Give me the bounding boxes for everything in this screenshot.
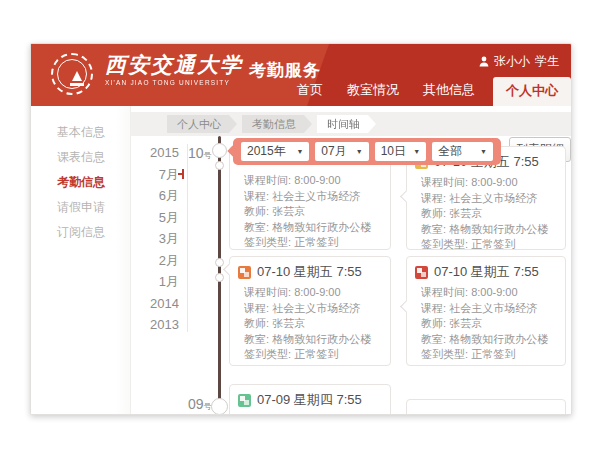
field-value: 正常签到 xyxy=(471,238,515,250)
card-date: 07-09 星期四 7:55 xyxy=(257,391,362,409)
chevron-down-icon: ▼ xyxy=(356,148,363,155)
field-label: 签到类型 xyxy=(244,236,294,248)
field-label: 教师 xyxy=(244,317,272,329)
field-label: 课程 xyxy=(421,192,449,204)
period-may[interactable]: 5月 xyxy=(127,207,179,229)
app-window: 西安交通大学 XI'AN JIAO TONG UNIVERSITY 考勤服务 张… xyxy=(30,43,572,415)
app-header: 西安交通大学 XI'AN JIAO TONG UNIVERSITY 考勤服务 张… xyxy=(31,44,571,106)
university-name-cn: 西安交通大学 xyxy=(105,52,243,78)
status-icon xyxy=(415,266,428,279)
field-label: 课程时间 xyxy=(421,286,471,298)
field-label: 教师 xyxy=(421,317,449,329)
field-label: 课程 xyxy=(244,302,272,314)
period-2013[interactable]: 2013 xyxy=(127,314,179,336)
chevron-down-icon: ▼ xyxy=(413,148,420,155)
status-icon xyxy=(238,394,251,407)
sidebar-item-basic-info[interactable]: 基本信息 xyxy=(31,120,130,145)
status-icon xyxy=(238,266,251,279)
breadcrumb-attendance-info[interactable]: 考勤信息 xyxy=(242,115,312,133)
university-logo-icon xyxy=(51,53,93,95)
field-value: 社会主义市场经济 xyxy=(449,192,537,204)
user-role: 学生 xyxy=(535,53,559,70)
logo-inner-ring xyxy=(57,59,87,89)
page: 西安交通大学 XI'AN JIAO TONG UNIVERSITY 考勤服务 张… xyxy=(0,0,600,450)
year-select[interactable]: 2015年 ▼ xyxy=(241,142,309,161)
sidebar-item-schedule-info[interactable]: 课表信息 xyxy=(31,145,130,170)
period-2015[interactable]: 2015 xyxy=(127,142,179,164)
breadcrumb-timeline[interactable]: 时间轴 xyxy=(317,115,376,133)
nav-tab-personal-center[interactable]: 个人中心 xyxy=(493,77,571,106)
field-label: 教室 xyxy=(421,223,449,235)
day-marker-10: 10号 xyxy=(188,145,212,161)
period-2014[interactable]: 2014 xyxy=(127,293,179,315)
sidebar-item-leave-request[interactable]: 请假申请 xyxy=(31,195,130,220)
attendance-card[interactable]: 07-09 星期四 7:55 xyxy=(229,384,391,415)
field-label: 课程时间 xyxy=(244,174,294,186)
breadcrumb: 个人中心 考勤信息 时间轴 xyxy=(131,112,571,136)
period-divider-line xyxy=(187,144,188,332)
field-value: 8:00-9:00 xyxy=(294,286,340,298)
university-title-block: 西安交通大学 XI'AN JIAO TONG UNIVERSITY xyxy=(105,52,243,86)
field-value: 正常签到 xyxy=(294,236,338,248)
attendance-card[interactable]: 07-10 星期五 7:55 课程时间8:00-9:00 课程社会主义市场经济 … xyxy=(406,256,566,366)
card-date: 07-10 星期五 7:55 xyxy=(434,263,539,281)
field-value: 社会主义市场经济 xyxy=(272,190,360,202)
timeline-node xyxy=(212,143,227,158)
sidebar-item-attendance-info[interactable]: 考勤信息 xyxy=(31,170,130,195)
period-march[interactable]: 3月 xyxy=(127,228,179,250)
field-value: 8:00-9:00 xyxy=(294,174,340,186)
nav-item-classrooms[interactable]: 教室情况 xyxy=(335,81,411,106)
user-icon xyxy=(479,56,489,67)
field-label: 教师 xyxy=(421,207,449,219)
field-value: 格物致知行政办公楼 xyxy=(449,223,548,235)
field-label: 教室 xyxy=(244,221,272,233)
period-june[interactable]: 6月 xyxy=(127,185,179,207)
date-filter-bar: 2015年 ▼ 07月 ▼ 10日 ▼ 全部 ▼ xyxy=(233,138,501,165)
field-value: 张芸京 xyxy=(272,317,305,329)
field-label: 教师 xyxy=(244,205,272,217)
month-select[interactable]: 07月 ▼ xyxy=(315,142,368,161)
day-select[interactable]: 10日 ▼ xyxy=(375,142,426,161)
current-period-marker xyxy=(182,169,184,179)
timeline-node xyxy=(215,258,224,267)
field-label: 签到类型 xyxy=(421,348,471,360)
user-name: 张小小 xyxy=(494,53,530,70)
field-value: 格物致知行政办公楼 xyxy=(272,221,371,233)
field-value: 8:00-9:00 xyxy=(471,286,517,298)
field-label: 课程时间 xyxy=(244,286,294,298)
field-label: 课程 xyxy=(244,190,272,202)
period-january[interactable]: 1月 xyxy=(127,271,179,293)
nav-item-home[interactable]: 首页 xyxy=(285,81,335,106)
nav-item-other-info[interactable]: 其他信息 xyxy=(411,81,487,106)
field-label: 签到类型 xyxy=(244,348,294,360)
field-label: 签到类型 xyxy=(421,238,471,250)
logo-emblem-base xyxy=(70,83,84,86)
period-february[interactable]: 2月 xyxy=(127,250,179,272)
field-value: 8:00-9:00 xyxy=(471,176,517,188)
main-nav: 首页 教室情况 其他信息 个人中心 xyxy=(285,77,571,106)
field-value: 正常签到 xyxy=(471,348,515,360)
user-info[interactable]: 张小小 学生 xyxy=(479,53,559,70)
field-value: 正常签到 xyxy=(294,348,338,360)
field-value: 张芸京 xyxy=(272,205,305,217)
attendance-card[interactable] xyxy=(406,399,566,415)
day-marker-09: 09号 xyxy=(188,396,212,412)
field-value: 格物致知行政办公楼 xyxy=(272,333,371,345)
sidebar: 基本信息 课表信息 考勤信息 请假申请 订阅信息 xyxy=(31,106,131,414)
timeline-node xyxy=(215,161,224,170)
field-value: 格物致知行政办公楼 xyxy=(449,333,548,345)
content-area: 基本信息 课表信息 考勤信息 请假申请 订阅信息 个人中心 考勤信息 时间轴 2… xyxy=(31,106,571,414)
field-label: 教室 xyxy=(244,333,272,345)
field-value: 张芸京 xyxy=(449,207,482,219)
field-label: 课程时间 xyxy=(421,176,471,188)
timeline-node xyxy=(215,273,224,282)
chevron-down-icon: ▼ xyxy=(480,148,487,155)
breadcrumb-personal-center[interactable]: 个人中心 xyxy=(167,115,237,133)
field-value: 张芸京 xyxy=(449,317,482,329)
sidebar-item-subscription-info[interactable]: 订阅信息 xyxy=(31,220,130,245)
field-value: 社会主义市场经济 xyxy=(449,302,537,314)
attendance-card[interactable]: 07-10 星期五 7:55 课程时间8:00-9:00 课程社会主义市场经济 … xyxy=(229,256,391,366)
field-label: 教室 xyxy=(421,333,449,345)
type-select[interactable]: 全部 ▼ xyxy=(432,142,493,161)
period-july[interactable]: 7月 xyxy=(127,164,179,186)
